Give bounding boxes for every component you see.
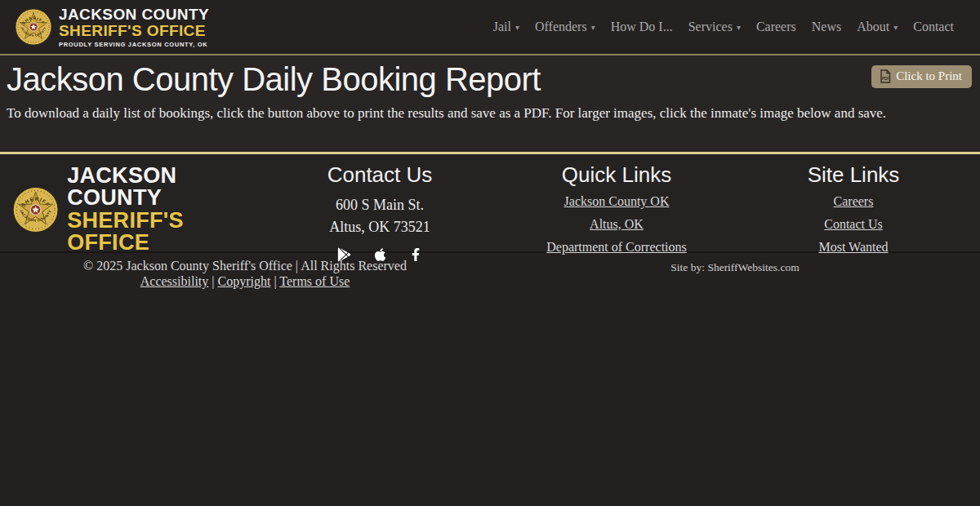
- copyright-text: © 2025 Jackson County Sheriff's Office |…: [0, 259, 490, 273]
- main-content: Jackson County Daily Booking Report PDF …: [0, 55, 980, 152]
- sheriff-badge-icon: SHERIFF JACKSON COUNTY: [15, 8, 52, 46]
- site-link-contact-us[interactable]: Contact Us: [735, 217, 972, 232]
- site-footer: SHERIFF JACKSON COUNTY JACKSON COUNTY SH…: [0, 152, 980, 251]
- site-link-most-wanted[interactable]: Most Wanted: [735, 240, 972, 255]
- nav-item-offenders[interactable]: Offenders ▾: [535, 20, 595, 34]
- quick-link-altus-ok[interactable]: Altus, OK: [498, 217, 735, 232]
- sheriff-badge-icon: SHERIFF JACKSON COUNTY: [12, 184, 59, 235]
- chevron-down-icon: ▾: [737, 23, 741, 32]
- nav-label: Careers: [756, 20, 796, 34]
- nav-label: About: [857, 20, 889, 34]
- site-links-heading: Site Links: [735, 162, 972, 188]
- address-line1: 600 S Main St.: [261, 194, 498, 216]
- nav-item-how-do-i[interactable]: How Do I...: [611, 20, 673, 34]
- legal-links-row: Accessibility | Copyright | Terms of Use: [0, 274, 490, 289]
- nav-label: How Do I...: [611, 20, 673, 34]
- nav-item-jail[interactable]: Jail ▾: [493, 20, 519, 34]
- nav-label: News: [812, 20, 841, 34]
- site-link-careers[interactable]: Careers: [735, 194, 972, 209]
- nav-label: Jail: [493, 20, 511, 34]
- footer-logo[interactable]: SHERIFF JACKSON COUNTY JACKSON COUNTY SH…: [12, 161, 261, 251]
- quick-link-jackson-county-ok[interactable]: Jackson County OK: [498, 194, 735, 209]
- quick-links-heading: Quick Links: [498, 162, 735, 188]
- pdf-file-icon: PDF: [880, 69, 891, 83]
- nav-label: Services: [688, 20, 733, 34]
- footer-site-links-column: Site Links Careers Contact Us Most Wante…: [735, 161, 972, 251]
- page-title: Jackson County Daily Booking Report: [7, 55, 541, 98]
- contact-us-heading: Contact Us: [261, 162, 498, 188]
- footer-quick-links-column: Quick Links Jackson County OK Altus, OK …: [498, 161, 735, 251]
- nav-item-contact[interactable]: Contact: [913, 20, 954, 34]
- nav-item-careers[interactable]: Careers: [756, 20, 796, 34]
- nav-label: Contact: [913, 20, 954, 34]
- sheriffwebsites-link[interactable]: SheriffWebsites.com: [707, 261, 799, 273]
- site-by-label: Site by:: [670, 261, 705, 273]
- nav-item-about[interactable]: About ▾: [857, 20, 898, 34]
- nav-label: Offenders: [535, 20, 587, 34]
- chevron-down-icon: ▾: [591, 23, 595, 32]
- brand-name-line2: SHERIFF'S OFFICE: [67, 210, 261, 254]
- brand-name-line1: JACKSON COUNTY: [59, 7, 209, 22]
- accessibility-link[interactable]: Accessibility: [140, 274, 209, 288]
- nav-item-services[interactable]: Services ▾: [688, 20, 741, 34]
- nav-item-news[interactable]: News: [812, 20, 841, 34]
- address-line2: Altus, OK 73521: [261, 216, 498, 238]
- quick-link-department-of-corrections[interactable]: Department of Corrections: [498, 240, 735, 255]
- main-nav: Jail ▾ Offenders ▾ How Do I... Services …: [493, 20, 954, 34]
- site-header: SHERIFF JACKSON COUNTY JACKSON COUNTY SH…: [0, 0, 980, 55]
- page-description: To download a daily list of bookings, cl…: [7, 105, 980, 122]
- terms-of-use-link[interactable]: Terms of Use: [279, 274, 350, 288]
- brand-tagline: PROUDLY SERVING JACKSON COUNTY, OK: [59, 42, 209, 48]
- brand-name-line2: SHERIFF'S OFFICE: [59, 23, 209, 38]
- click-to-print-button[interactable]: PDF Click to Print: [871, 65, 972, 88]
- chevron-down-icon: ▾: [893, 23, 898, 32]
- print-button-label: Click to Print: [896, 69, 962, 83]
- header-logo[interactable]: SHERIFF JACKSON COUNTY JACKSON COUNTY SH…: [15, 7, 209, 48]
- footer-contact-column: Contact Us 600 S Main St. Altus, OK 7352…: [261, 161, 498, 251]
- svg-text:PDF: PDF: [882, 77, 889, 81]
- copyright-link[interactable]: Copyright: [217, 274, 270, 288]
- brand-name-line1: JACKSON COUNTY: [67, 165, 261, 209]
- chevron-down-icon: ▾: [515, 23, 519, 32]
